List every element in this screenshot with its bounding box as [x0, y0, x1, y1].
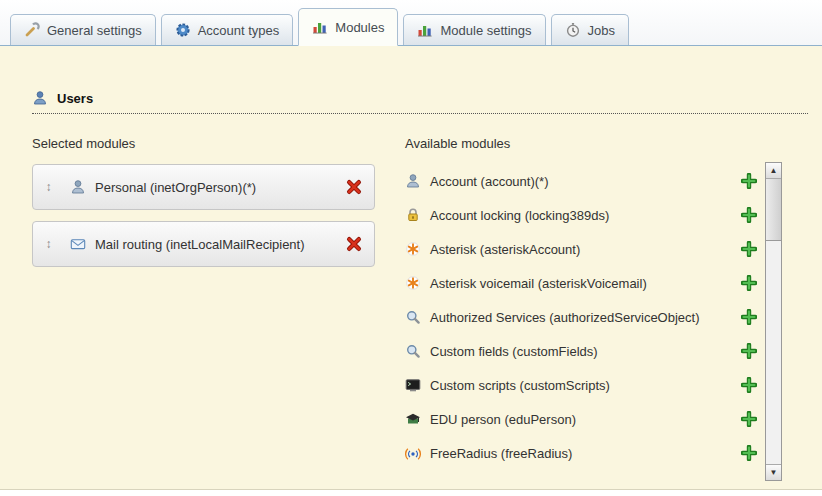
available-modules-heading: Available modules [405, 136, 757, 152]
delete-x-icon [346, 236, 362, 252]
user-icon [32, 90, 48, 106]
tab-account-types[interactable]: Account types [161, 14, 294, 45]
available-module-row: EDU person (eduPerson) [405, 402, 757, 436]
magnifier-icon [405, 309, 421, 325]
magnifier-icon [405, 343, 421, 359]
module-label: Personal (inetOrgPerson)(*) [95, 180, 256, 195]
add-plus-icon [741, 309, 757, 325]
add-plus-icon [741, 207, 757, 223]
scroll-down-icon[interactable]: ▼ [766, 464, 781, 480]
module-label: Custom fields (customFields) [430, 344, 598, 359]
person-icon [405, 173, 421, 189]
add-plus-icon [741, 377, 757, 393]
users-section-header: Users [32, 90, 808, 114]
add-module-button[interactable] [741, 173, 757, 189]
tab-label: Modules [335, 20, 384, 35]
available-module-row: FreeRadius (freeRadius) [405, 436, 757, 470]
tab-label: Account types [198, 23, 280, 38]
envelope-icon [70, 236, 86, 252]
clock-icon [565, 22, 581, 38]
asterisk-icon [405, 241, 421, 257]
module-label: Asterisk voicemail (asteriskVoicemail) [430, 276, 647, 291]
selected-modules-column: Selected modules ↕ Personal (inetOrgPers… [32, 136, 375, 481]
gear-icon [175, 22, 191, 38]
asterisk-icon [405, 275, 421, 291]
modules-columns: Selected modules ↕ Personal (inetOrgPers… [32, 136, 808, 481]
add-module-button[interactable] [741, 411, 757, 427]
tab-bar: General settings Account types Modules M… [0, 0, 822, 46]
radio-signal-icon [405, 445, 421, 461]
selected-module-mail-routing[interactable]: ↕ Mail routing (inetLocalMailRecipient) [32, 221, 375, 267]
available-module-row: Custom scripts (customScripts) [405, 368, 757, 402]
add-module-button[interactable] [741, 207, 757, 223]
tab-label: General settings [47, 23, 142, 38]
add-plus-icon [741, 275, 757, 291]
tab-general-settings[interactable]: General settings [10, 14, 156, 45]
available-module-row: Account locking (locking389ds) [405, 198, 757, 232]
module-label: Custom scripts (customScripts) [430, 378, 610, 393]
lock-icon [405, 207, 421, 223]
add-module-button[interactable] [741, 343, 757, 359]
add-plus-icon [741, 411, 757, 427]
modules-panel: Users Selected modules ↕ Personal (inetO… [0, 46, 822, 490]
remove-module-button[interactable] [346, 236, 362, 252]
scroll-up-icon[interactable]: ▲ [766, 163, 781, 179]
section-title: Users [57, 91, 93, 106]
module-label: Account (account)(*) [430, 174, 549, 189]
tab-jobs[interactable]: Jobs [551, 14, 629, 45]
selected-modules-heading: Selected modules [32, 136, 375, 152]
tab-modules[interactable]: Modules [298, 8, 398, 46]
available-module-row: Authorized Services (authorizedServiceOb… [405, 300, 757, 334]
remove-module-button[interactable] [346, 179, 362, 195]
available-module-row: Asterisk (asteriskAccount) [405, 232, 757, 266]
graduation-cap-icon [405, 411, 421, 427]
available-module-row: Asterisk voicemail (asteriskVoicemail) [405, 266, 757, 300]
drag-handle-icon[interactable]: ↕ [41, 180, 56, 194]
bar-chart-icon [417, 22, 433, 38]
bar-chart-icon [312, 19, 328, 35]
available-modules-scrollbar[interactable]: ▲ ▼ [765, 162, 782, 481]
module-label: Mail routing (inetLocalMailRecipient) [95, 237, 305, 252]
module-label: FreeRadius (freeRadius) [430, 446, 572, 461]
available-module-row: Custom fields (customFields) [405, 334, 757, 368]
add-module-button[interactable] [741, 309, 757, 325]
tab-label: Module settings [440, 23, 531, 38]
module-label: Asterisk (asteriskAccount) [430, 242, 580, 257]
selected-module-personal[interactable]: ↕ Personal (inetOrgPerson)(*) [32, 164, 375, 210]
add-module-button[interactable] [741, 275, 757, 291]
add-plus-icon [741, 343, 757, 359]
add-module-button[interactable] [741, 377, 757, 393]
tab-label: Jobs [588, 23, 615, 38]
drag-handle-icon[interactable]: ↕ [41, 237, 56, 251]
add-plus-icon [741, 445, 757, 461]
module-label: Account locking (locking389ds) [430, 208, 609, 223]
terminal-icon [405, 377, 421, 393]
module-label: Authorized Services (authorizedServiceOb… [430, 310, 700, 325]
module-label: EDU person (eduPerson) [430, 412, 576, 427]
available-module-row: Account (account)(*) [405, 164, 757, 198]
wrench-icon [24, 22, 40, 38]
add-module-button[interactable] [741, 241, 757, 257]
add-plus-icon [741, 241, 757, 257]
add-module-button[interactable] [741, 445, 757, 461]
scrollbar-thumb[interactable] [766, 179, 781, 241]
add-plus-icon [741, 173, 757, 189]
tab-module-settings[interactable]: Module settings [403, 14, 545, 45]
person-icon [70, 179, 86, 195]
delete-x-icon [346, 179, 362, 195]
available-modules-column: Available modules Account (account)(*) A… [405, 136, 757, 481]
